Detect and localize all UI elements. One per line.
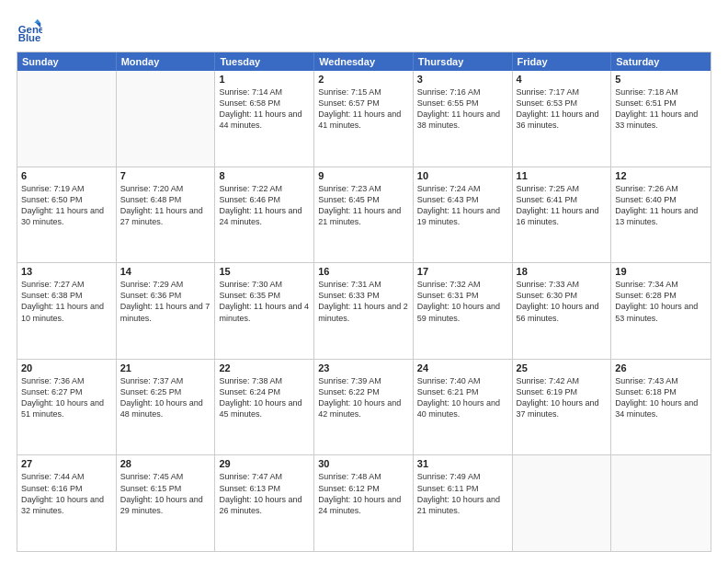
- calendar-cell-5: 5Sunrise: 7:18 AM Sunset: 6:51 PM Daylig…: [611, 71, 711, 167]
- svg-marker-2: [34, 19, 40, 23]
- calendar-row-1: 1Sunrise: 7:14 AM Sunset: 6:58 PM Daylig…: [17, 71, 711, 167]
- day-number: 13: [21, 266, 112, 277]
- day-number: 30: [318, 458, 409, 469]
- day-number: 20: [21, 362, 112, 373]
- day-number: 7: [120, 170, 211, 181]
- logo: General Blue: [17, 17, 46, 42]
- calendar-cell-24: 24Sunrise: 7:40 AM Sunset: 6:21 PM Dayli…: [414, 360, 513, 455]
- day-info: Sunrise: 7:49 AM Sunset: 6:11 PM Dayligh…: [417, 471, 508, 516]
- day-number: 4: [517, 74, 608, 85]
- calendar-cell-27: 27Sunrise: 7:44 AM Sunset: 6:16 PM Dayli…: [17, 455, 117, 551]
- day-number: 17: [417, 266, 508, 277]
- calendar-cell-9: 9Sunrise: 7:23 AM Sunset: 6:45 PM Daylig…: [314, 167, 414, 263]
- day-info: Sunrise: 7:31 AM Sunset: 6:33 PM Dayligh…: [318, 279, 409, 324]
- weekday-header-tuesday: Tuesday: [215, 52, 314, 71]
- day-number: 15: [219, 266, 310, 277]
- calendar-cell-2: 2Sunrise: 7:15 AM Sunset: 6:57 PM Daylig…: [314, 71, 414, 167]
- calendar-row-3: 13Sunrise: 7:27 AM Sunset: 6:38 PM Dayli…: [17, 262, 711, 359]
- day-number: 8: [219, 170, 310, 181]
- calendar-cell-13: 13Sunrise: 7:27 AM Sunset: 6:38 PM Dayli…: [17, 263, 117, 359]
- day-info: Sunrise: 7:48 AM Sunset: 6:12 PM Dayligh…: [318, 471, 409, 516]
- calendar-cell-21: 21Sunrise: 7:37 AM Sunset: 6:25 PM Dayli…: [117, 360, 216, 455]
- day-info: Sunrise: 7:27 AM Sunset: 6:38 PM Dayligh…: [21, 279, 112, 324]
- day-info: Sunrise: 7:45 AM Sunset: 6:15 PM Dayligh…: [120, 471, 211, 516]
- calendar-cell-11: 11Sunrise: 7:25 AM Sunset: 6:41 PM Dayli…: [513, 167, 612, 263]
- day-info: Sunrise: 7:37 AM Sunset: 6:25 PM Dayligh…: [120, 375, 211, 420]
- weekday-header-friday: Friday: [513, 52, 612, 71]
- day-number: 19: [615, 266, 707, 277]
- day-info: Sunrise: 7:26 AM Sunset: 6:40 PM Dayligh…: [615, 183, 707, 228]
- calendar-header: General Blue: [17, 17, 711, 42]
- calendar-cell-16: 16Sunrise: 7:31 AM Sunset: 6:33 PM Dayli…: [314, 263, 414, 359]
- day-info: Sunrise: 7:36 AM Sunset: 6:27 PM Dayligh…: [21, 375, 112, 420]
- day-number: 14: [120, 266, 211, 277]
- calendar-row-5: 27Sunrise: 7:44 AM Sunset: 6:16 PM Dayli…: [17, 454, 711, 551]
- weekday-header-wednesday: Wednesday: [314, 52, 414, 71]
- calendar-cell-14: 14Sunrise: 7:29 AM Sunset: 6:36 PM Dayli…: [117, 263, 216, 359]
- calendar-row-4: 20Sunrise: 7:36 AM Sunset: 6:27 PM Dayli…: [17, 359, 711, 455]
- day-number: 27: [21, 458, 112, 469]
- day-number: 22: [219, 362, 310, 373]
- calendar-cell-empty-0-1: [117, 71, 216, 167]
- day-number: 31: [417, 458, 508, 469]
- day-info: Sunrise: 7:20 AM Sunset: 6:48 PM Dayligh…: [120, 183, 211, 228]
- calendar-weekday-header: SundayMondayTuesdayWednesdayThursdayFrid…: [17, 52, 711, 71]
- calendar-cell-26: 26Sunrise: 7:43 AM Sunset: 6:18 PM Dayli…: [611, 360, 711, 455]
- day-info: Sunrise: 7:29 AM Sunset: 6:36 PM Dayligh…: [120, 279, 211, 324]
- day-info: Sunrise: 7:19 AM Sunset: 6:50 PM Dayligh…: [21, 183, 112, 228]
- weekday-header-thursday: Thursday: [414, 52, 513, 71]
- day-info: Sunrise: 7:44 AM Sunset: 6:16 PM Dayligh…: [21, 471, 112, 516]
- calendar-cell-17: 17Sunrise: 7:32 AM Sunset: 6:31 PM Dayli…: [414, 263, 513, 359]
- calendar-cell-12: 12Sunrise: 7:26 AM Sunset: 6:40 PM Dayli…: [611, 167, 711, 263]
- calendar-cell-10: 10Sunrise: 7:24 AM Sunset: 6:43 PM Dayli…: [414, 167, 513, 263]
- calendar-cell-3: 3Sunrise: 7:16 AM Sunset: 6:55 PM Daylig…: [414, 71, 513, 167]
- day-info: Sunrise: 7:15 AM Sunset: 6:57 PM Dayligh…: [318, 86, 409, 132]
- calendar-cell-1: 1Sunrise: 7:14 AM Sunset: 6:58 PM Daylig…: [215, 71, 314, 167]
- day-info: Sunrise: 7:39 AM Sunset: 6:22 PM Dayligh…: [318, 375, 409, 420]
- day-number: 28: [120, 458, 211, 469]
- day-number: 26: [615, 362, 707, 373]
- day-number: 21: [120, 362, 211, 373]
- svg-text:Blue: Blue: [18, 32, 41, 42]
- day-info: Sunrise: 7:30 AM Sunset: 6:35 PM Dayligh…: [219, 279, 310, 324]
- calendar-body: 1Sunrise: 7:14 AM Sunset: 6:58 PM Daylig…: [17, 71, 711, 551]
- calendar-cell-15: 15Sunrise: 7:30 AM Sunset: 6:35 PM Dayli…: [215, 263, 314, 359]
- day-number: 5: [615, 74, 707, 85]
- logo-icon: General Blue: [17, 17, 42, 42]
- day-info: Sunrise: 7:47 AM Sunset: 6:13 PM Dayligh…: [219, 471, 310, 516]
- weekday-header-sunday: Sunday: [17, 52, 117, 71]
- day-info: Sunrise: 7:42 AM Sunset: 6:19 PM Dayligh…: [517, 375, 608, 420]
- calendar-cell-18: 18Sunrise: 7:33 AM Sunset: 6:30 PM Dayli…: [513, 263, 612, 359]
- day-number: 25: [517, 362, 608, 373]
- day-info: Sunrise: 7:23 AM Sunset: 6:45 PM Dayligh…: [318, 183, 409, 228]
- calendar-cell-28: 28Sunrise: 7:45 AM Sunset: 6:15 PM Dayli…: [117, 455, 216, 551]
- day-info: Sunrise: 7:25 AM Sunset: 6:41 PM Dayligh…: [517, 183, 608, 228]
- weekday-header-monday: Monday: [117, 52, 216, 71]
- calendar-cell-4: 4Sunrise: 7:17 AM Sunset: 6:53 PM Daylig…: [513, 71, 612, 167]
- day-number: 9: [318, 170, 409, 181]
- calendar-cell-19: 19Sunrise: 7:34 AM Sunset: 6:28 PM Dayli…: [611, 263, 711, 359]
- day-number: 11: [517, 170, 608, 181]
- day-number: 23: [318, 362, 409, 373]
- calendar: SundayMondayTuesdayWednesdayThursdayFrid…: [17, 52, 711, 552]
- calendar-cell-25: 25Sunrise: 7:42 AM Sunset: 6:19 PM Dayli…: [513, 360, 612, 455]
- calendar-cell-30: 30Sunrise: 7:48 AM Sunset: 6:12 PM Dayli…: [314, 455, 414, 551]
- day-number: 10: [417, 170, 508, 181]
- day-number: 12: [615, 170, 707, 181]
- calendar-cell-20: 20Sunrise: 7:36 AM Sunset: 6:27 PM Dayli…: [17, 360, 117, 455]
- calendar-row-2: 6Sunrise: 7:19 AM Sunset: 6:50 PM Daylig…: [17, 167, 711, 263]
- calendar-cell-empty-4-6: [611, 455, 711, 551]
- day-number: 24: [417, 362, 508, 373]
- calendar-cell-23: 23Sunrise: 7:39 AM Sunset: 6:22 PM Dayli…: [314, 360, 414, 455]
- day-info: Sunrise: 7:17 AM Sunset: 6:53 PM Dayligh…: [517, 86, 608, 132]
- calendar-cell-7: 7Sunrise: 7:20 AM Sunset: 6:48 PM Daylig…: [117, 167, 216, 263]
- day-info: Sunrise: 7:33 AM Sunset: 6:30 PM Dayligh…: [517, 279, 608, 324]
- day-info: Sunrise: 7:16 AM Sunset: 6:55 PM Dayligh…: [417, 86, 508, 132]
- calendar-cell-31: 31Sunrise: 7:49 AM Sunset: 6:11 PM Dayli…: [414, 455, 513, 551]
- day-info: Sunrise: 7:22 AM Sunset: 6:46 PM Dayligh…: [219, 183, 310, 228]
- calendar-cell-8: 8Sunrise: 7:22 AM Sunset: 6:46 PM Daylig…: [215, 167, 314, 263]
- day-number: 18: [517, 266, 608, 277]
- day-info: Sunrise: 7:14 AM Sunset: 6:58 PM Dayligh…: [219, 86, 310, 132]
- day-info: Sunrise: 7:24 AM Sunset: 6:43 PM Dayligh…: [417, 183, 508, 228]
- calendar-cell-empty-0-0: [17, 71, 117, 167]
